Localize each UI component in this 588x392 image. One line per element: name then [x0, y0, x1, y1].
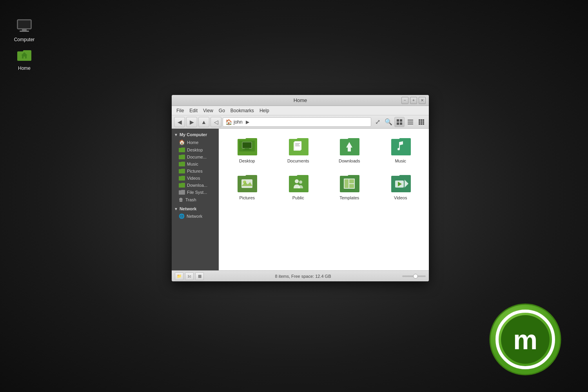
statusbar-buttons: 📁 1c ▦: [175, 272, 204, 280]
file-item-videos[interactable]: Videos: [377, 170, 425, 203]
file-documents-label: Documents: [287, 159, 309, 163]
statusbar-info-btn[interactable]: ▦: [195, 272, 204, 280]
menubar: File Edit View Go Bookmarks Help: [172, 106, 429, 115]
svg-rect-1: [18, 20, 31, 28]
file-item-templates[interactable]: Templates: [326, 170, 373, 203]
sidebar-documents-label: Docume...: [187, 155, 207, 159]
zoom-slider[interactable]: [402, 275, 426, 277]
sidebar-item-desktop[interactable]: Desktop: [172, 146, 219, 153]
computer-desktop-icon[interactable]: Computer: [9, 16, 40, 42]
slider-thumb: [413, 274, 418, 279]
folder-icon-desktop: [179, 148, 185, 152]
menu-edit[interactable]: Edit: [187, 107, 200, 114]
svg-point-39: [299, 181, 302, 184]
svg-rect-32: [295, 144, 299, 145]
compact-view-button[interactable]: [416, 117, 426, 127]
svg-rect-3: [20, 31, 29, 32]
file-item-desktop[interactable]: Desktop: [223, 133, 271, 166]
file-item-music[interactable]: Music: [377, 133, 425, 166]
svg-rect-17: [419, 121, 420, 123]
folder-icon-music: [179, 162, 185, 166]
statusbar: 📁 1c ▦ 8 items, Free space: 12.4 GB: [172, 270, 429, 281]
sidebar-item-filesystem[interactable]: File Syst...: [172, 189, 219, 196]
file-desktop-label: Desktop: [239, 159, 255, 163]
maximize-button[interactable]: +: [410, 97, 417, 104]
sidebar-item-trash[interactable]: 🗑 Trash: [172, 196, 219, 204]
sidebar-item-network[interactable]: 🌐 Network: [172, 212, 219, 220]
address-bar[interactable]: 🏠 john ▶: [223, 117, 371, 127]
fm-body: ▼ My Computer 🏠 Home Desktop Docume...: [172, 129, 429, 270]
file-item-public[interactable]: Public: [275, 170, 322, 203]
home-desktop-icon[interactable]: Home: [9, 45, 40, 71]
menu-file[interactable]: File: [174, 107, 186, 114]
svg-rect-15: [408, 124, 413, 124]
sidebar-item-videos[interactable]: Videos: [172, 175, 219, 182]
svg-rect-41: [345, 179, 348, 188]
computer-icon: [15, 16, 34, 35]
svg-rect-14: [408, 122, 413, 122]
search-button[interactable]: 🔍: [383, 117, 394, 127]
svg-rect-28: [243, 150, 251, 150]
sidebar-desktop-label: Desktop: [187, 148, 203, 152]
icon-view-button[interactable]: [394, 117, 405, 127]
file-music-label: Music: [395, 159, 406, 163]
address-forward-btn[interactable]: ▶: [244, 119, 251, 126]
sidebar-downloads-label: Downloa...: [187, 183, 207, 188]
file-item-documents[interactable]: Documents: [275, 133, 322, 166]
mycomputer-label: My Computer: [180, 132, 207, 137]
svg-rect-2: [22, 29, 27, 31]
list-view-button[interactable]: [405, 117, 416, 127]
sidebar-item-home[interactable]: 🏠 Home: [172, 138, 219, 146]
svg-rect-43: [349, 184, 354, 188]
mint-logo: m: [486, 300, 564, 380]
svg-rect-27: [245, 148, 249, 150]
sidebar-item-downloads[interactable]: Downloa...: [172, 182, 219, 189]
sidebar-section-mycomputer: ▼ My Computer 🏠 Home Desktop Docume...: [172, 131, 219, 204]
home-folder-icon: [15, 45, 34, 64]
menu-go[interactable]: Go: [216, 107, 227, 114]
network-header[interactable]: ▼ Network: [172, 205, 219, 212]
network-arrow: ▼: [174, 207, 178, 211]
mycomputer-header[interactable]: ▼ My Computer: [172, 131, 219, 138]
sidebar-filesystem-label: File Syst...: [187, 190, 207, 195]
svg-rect-9: [397, 119, 399, 122]
computer-icon-label: Computer: [14, 37, 35, 42]
minimize-button[interactable]: −: [401, 97, 408, 104]
sidebar-music-label: Music: [187, 162, 198, 166]
folder-icon-filesystem: [179, 190, 185, 195]
menu-bookmarks[interactable]: Bookmarks: [228, 107, 256, 114]
back-button[interactable]: ◀: [174, 117, 185, 127]
statusbar-folder-btn[interactable]: 📁: [175, 272, 183, 280]
svg-rect-33: [295, 146, 300, 146]
file-item-pictures[interactable]: Pictures: [223, 170, 271, 203]
file-item-downloads[interactable]: Downloads: [326, 133, 373, 166]
sidebar-item-pictures[interactable]: Pictures: [172, 168, 219, 175]
slider-track: [402, 275, 426, 277]
forward-button[interactable]: ▶: [186, 117, 197, 127]
svg-rect-22: [423, 119, 424, 121]
close-button[interactable]: ✕: [419, 97, 426, 104]
svg-rect-24: [423, 123, 424, 125]
sidebar-item-documents[interactable]: Docume...: [172, 153, 219, 160]
sidebar-item-music[interactable]: Music: [172, 160, 219, 168]
sidebar: ▼ My Computer 🏠 Home Desktop Docume...: [172, 129, 219, 270]
statusbar-1c-btn[interactable]: 1c: [185, 272, 194, 280]
folder-icon-pictures: [179, 169, 185, 173]
svg-rect-13: [408, 120, 413, 120]
file-downloads-label: Downloads: [339, 159, 360, 163]
svg-rect-26: [242, 142, 252, 148]
titlebar-controls: − + ✕: [401, 97, 426, 104]
menu-help[interactable]: Help: [257, 107, 272, 114]
sidebar-videos-label: Videos: [187, 176, 200, 181]
folder-icon-downloads: [179, 183, 185, 188]
up-button[interactable]: ▲: [198, 117, 209, 127]
collapse-button[interactable]: ◁: [211, 117, 221, 127]
svg-rect-42: [349, 179, 354, 183]
window-title: Home: [294, 97, 307, 103]
file-templates-label: Templates: [339, 195, 359, 200]
svg-rect-12: [400, 122, 402, 125]
file-public-label: Public: [292, 195, 304, 200]
mycomputer-arrow: ▼: [174, 133, 178, 137]
zoom-button[interactable]: ⤢: [372, 117, 383, 127]
menu-view[interactable]: View: [201, 107, 216, 114]
